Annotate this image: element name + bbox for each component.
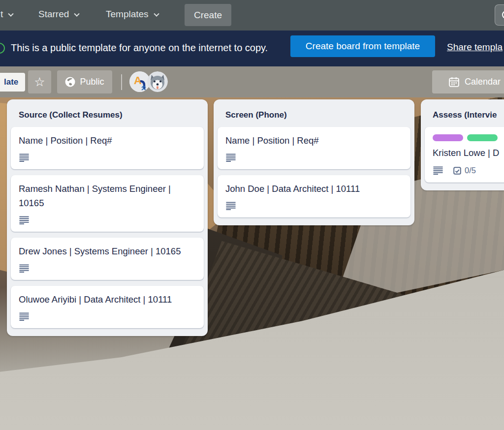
nav-item-recent[interactable]: t bbox=[0, 9, 13, 20]
calendar-label: Calendar bbox=[465, 77, 501, 87]
star-icon: ☆ bbox=[34, 75, 45, 89]
list-title[interactable]: Assess (Intervie bbox=[421, 103, 504, 127]
chevron-down-icon bbox=[74, 11, 80, 17]
star-board-button[interactable]: ☆ bbox=[28, 70, 51, 93]
board-list: Assess (IntervieKristen Lowe | D0/5 bbox=[421, 99, 504, 190]
calendar-button[interactable]: Calendar bbox=[432, 70, 504, 93]
husky-dog-avatar[interactable] bbox=[147, 71, 168, 92]
template-badge: late bbox=[0, 73, 25, 92]
list-title[interactable]: Source (Collect Resumes) bbox=[7, 103, 208, 127]
board-list: Source (Collect Resumes)Name | Position … bbox=[7, 99, 208, 336]
card[interactable]: Name | Position | Req# bbox=[218, 127, 410, 169]
card-title: Ramesh Nathan | Systems Engineer | 10165 bbox=[19, 182, 196, 210]
nav-item-templates-label: Templates bbox=[106, 9, 149, 19]
template-banner: This is a public template for anyone on … bbox=[0, 31, 504, 66]
nav-item-starred[interactable]: Starred bbox=[38, 9, 79, 20]
create-board-from-template-button[interactable]: Create board from template bbox=[290, 35, 435, 57]
board-header: late ☆ Public A bbox=[0, 66, 504, 97]
card[interactable]: Oluwoe Ariyibi | Data Architect | 10111 bbox=[11, 286, 204, 328]
card-label-pill[interactable] bbox=[467, 134, 498, 141]
card-labels bbox=[433, 134, 504, 141]
card-title: Name | Position | Req# bbox=[225, 133, 403, 148]
description-icon bbox=[19, 312, 30, 321]
description-icon bbox=[19, 216, 30, 224]
card[interactable]: Drew Jones | Systems Engineer | 10165 bbox=[11, 238, 204, 280]
nav-item-starred-label: Starred bbox=[38, 9, 69, 19]
board-list: Screen (Phone)Name | Position | Req#John… bbox=[214, 99, 414, 225]
card-badges bbox=[19, 154, 196, 162]
card-badges: 0/5 bbox=[433, 166, 504, 175]
chevron-down-icon bbox=[154, 11, 159, 17]
husky-icon bbox=[147, 71, 168, 92]
calendar-icon bbox=[448, 76, 460, 88]
card-badges bbox=[225, 202, 403, 210]
checklist-badge: 0/5 bbox=[453, 166, 476, 175]
nav-item-recent-label: t bbox=[0, 9, 3, 19]
checklist-count: 0/5 bbox=[465, 166, 476, 175]
description-icon bbox=[225, 202, 236, 210]
card-badges bbox=[225, 154, 403, 162]
card-title: Kristen Lowe | D bbox=[433, 146, 504, 160]
card-title: Name | Position | Req# bbox=[19, 133, 196, 148]
chevron-down-icon bbox=[8, 11, 14, 17]
card[interactable]: John Doe | Data Architect | 10111 bbox=[218, 175, 410, 217]
card[interactable]: Name | Position | Req# bbox=[11, 127, 204, 169]
visibility-label: Public bbox=[80, 77, 104, 87]
card-badges bbox=[19, 264, 196, 273]
top-navbar: t Starred Templates Create bbox=[0, 0, 504, 31]
card-badges bbox=[19, 216, 196, 224]
checklist-icon bbox=[453, 167, 461, 175]
create-button[interactable]: Create bbox=[185, 4, 231, 26]
card-title: Oluwoe Ariyibi | Data Architect | 10111 bbox=[19, 292, 196, 307]
list-title[interactable]: Screen (Phone) bbox=[214, 103, 414, 127]
card-title: Drew Jones | Systems Engineer | 10165 bbox=[19, 244, 196, 258]
description-icon bbox=[225, 154, 236, 162]
card[interactable]: Ramesh Nathan | Systems Engineer | 10165 bbox=[11, 175, 204, 232]
card-title: John Doe | Data Architect | 10111 bbox=[225, 182, 403, 196]
green-globe-icon bbox=[0, 43, 5, 54]
card-badges bbox=[19, 312, 196, 321]
nav-item-templates[interactable]: Templates bbox=[106, 9, 158, 20]
header-divider bbox=[121, 74, 122, 90]
card[interactable]: Kristen Lowe | D0/5 bbox=[425, 127, 504, 183]
search-input[interactable] bbox=[495, 4, 504, 26]
visibility-button[interactable]: Public bbox=[57, 70, 112, 93]
banner-message: This is a public template for anyone on … bbox=[11, 42, 268, 54]
description-icon bbox=[433, 166, 443, 175]
card-label-pill[interactable] bbox=[433, 134, 463, 141]
description-icon bbox=[19, 154, 30, 162]
share-template-link[interactable]: Share templa bbox=[447, 42, 503, 53]
globe-icon bbox=[65, 77, 75, 87]
description-icon bbox=[19, 264, 30, 273]
search-icon bbox=[501, 10, 504, 21]
